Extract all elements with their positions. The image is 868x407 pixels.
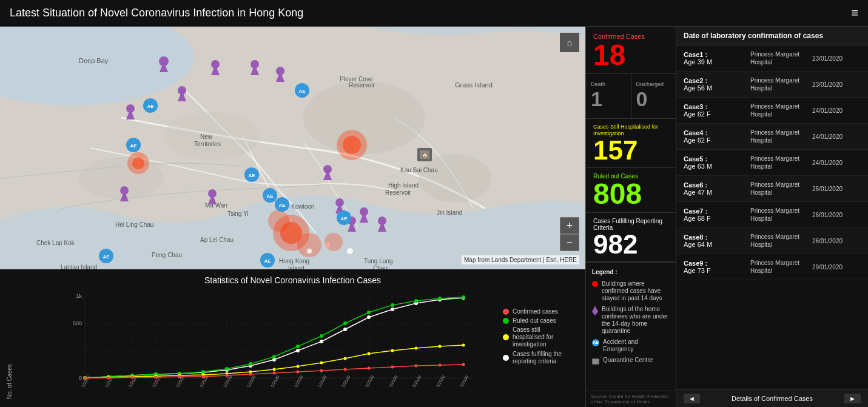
- map-area[interactable]: Deep Bay Plover Cove Reservoir Grass Isl…: [0, 27, 585, 269]
- svg-text:28/01/2020: 28/01/2020: [313, 375, 328, 387]
- svg-point-183: [131, 376, 134, 379]
- legend-dot-fulfilling: [503, 355, 509, 361]
- chart-area: Statistics of Novel Coronavirus Infectio…: [0, 269, 585, 407]
- case-hospital: Princess Margaret Hospital: [750, 50, 812, 66]
- svg-point-29: [343, 136, 361, 154]
- svg-point-45: [126, 104, 135, 113]
- svg-point-178: [415, 347, 418, 350]
- svg-text:AE: AE: [266, 193, 274, 199]
- svg-text:Chek Lap Kok: Chek Lap Kok: [36, 240, 75, 246]
- svg-text:07/02/2020: 07/02/2020: [431, 375, 446, 387]
- svg-text:500: 500: [73, 320, 82, 326]
- legend-item-hospitalised: Cases still hospitalised for investigati…: [503, 326, 573, 348]
- case-hospital: Princess Margaret Hospital: [750, 259, 812, 275]
- svg-point-196: [439, 364, 442, 367]
- footer-label: Details of Confirmed Cases: [732, 395, 813, 402]
- chart-inner: 1k 500 0: [15, 290, 579, 399]
- legend-title: Legend :: [592, 269, 670, 275]
- case-list[interactable]: Case1 :Age 39 M Princess Margaret Hospit…: [676, 45, 868, 389]
- svg-point-140: [320, 340, 323, 343]
- case-id: Case4 :Age 62 F: [684, 129, 750, 144]
- table-row: Case6 :Age 47 M Princess Margaret Hospit…: [676, 176, 868, 202]
- hospitalised-value: 157: [593, 137, 668, 164]
- svg-point-152: [201, 370, 205, 374]
- case-id: Case8 :Age 64 M: [684, 234, 750, 248]
- svg-point-188: [249, 373, 252, 376]
- svg-point-189: [273, 372, 276, 375]
- svg-point-141: [343, 328, 347, 331]
- table-row: Case2 :Age 56 M Princess Margaret Hospit…: [676, 72, 868, 98]
- case-date: 23/01/2020: [812, 81, 861, 88]
- svg-point-47: [211, 60, 220, 69]
- svg-point-57: [323, 165, 332, 173]
- ruled-out-value: 808: [593, 180, 668, 209]
- svg-marker-198: [592, 306, 598, 315]
- zoom-out-button[interactable]: −: [560, 234, 579, 251]
- legend-dot-hospitalised: [503, 334, 509, 340]
- chart-container: No. of Cases 1k 500 0: [6, 290, 579, 399]
- map-svg: Deep Bay Plover Cove Reservoir Grass Isl…: [0, 27, 585, 269]
- svg-text:AE: AE: [147, 104, 154, 109]
- case-date: 23/01/2020: [812, 55, 861, 62]
- left-panel: Deep Bay Plover Cove Reservoir Grass Isl…: [0, 27, 585, 407]
- svg-text:Tung Lung: Tung Lung: [364, 258, 392, 264]
- legend-pin-confinees: [592, 306, 598, 315]
- svg-text:Jin Island: Jin Island: [437, 209, 462, 216]
- svg-point-38: [307, 249, 312, 254]
- svg-text:30/01/2020: 30/01/2020: [337, 375, 351, 387]
- svg-text:Tsing Yi: Tsing Yi: [227, 210, 248, 217]
- svg-point-187: [226, 374, 229, 377]
- case-list-footer: ◄ Details of Confirmed Cases ►: [676, 389, 868, 407]
- svg-point-194: [391, 366, 394, 369]
- svg-text:AE: AE: [340, 216, 348, 221]
- legend-text-buildings: Buildings where confirmed cases have sta…: [602, 280, 670, 302]
- chart-svg: 1k 500 0: [15, 290, 579, 387]
- case-hospital: Princess Margaret Hospital: [750, 233, 812, 249]
- fulfilling-value: 982: [593, 231, 668, 258]
- menu-icon[interactable]: ≡: [851, 6, 858, 20]
- case-date: 24/01/2020: [812, 107, 861, 114]
- svg-text:AE: AE: [130, 143, 137, 149]
- table-row: Case3 :Age 62 F Princess Margaret Hospit…: [676, 98, 868, 124]
- case-list-panel: Date of laboratory confirmation of cases…: [676, 27, 868, 407]
- svg-point-143: [391, 308, 394, 311]
- svg-text:Hong Kong: Hong Kong: [279, 258, 309, 264]
- svg-point-53: [120, 186, 129, 195]
- hospitalised-box: Cases Still Hospitalised for Investigati…: [586, 119, 676, 168]
- svg-point-181: [84, 377, 87, 380]
- left-arrow[interactable]: ◄: [684, 394, 700, 403]
- svg-point-182: [107, 377, 110, 380]
- case-date: 26/01/2020: [812, 238, 861, 244]
- chart-legend: Confirmed cases Ruled out cases Cases st…: [503, 308, 573, 368]
- zoom-in-button[interactable]: +: [560, 217, 579, 234]
- discharged-value: 0: [636, 87, 671, 111]
- svg-point-191: [320, 369, 323, 372]
- svg-point-174: [320, 362, 323, 365]
- svg-text:Hei Ling Chau: Hei Ling Chau: [115, 221, 153, 228]
- legend-text-confinees: Buildings of the home confinees who are …: [602, 306, 670, 335]
- legend-item-ae: AE Accident and Emergency: [592, 338, 670, 353]
- svg-point-36: [132, 157, 144, 169]
- svg-rect-200: [593, 359, 599, 364]
- svg-point-175: [344, 357, 347, 360]
- legend-text-ae: Accident and Emergency: [603, 338, 670, 353]
- svg-text:09/02/2020: 09/02/2020: [455, 375, 469, 387]
- svg-point-185: [178, 375, 181, 378]
- right-arrow[interactable]: ►: [844, 394, 861, 403]
- svg-point-176: [368, 352, 371, 355]
- case-date: 26/01/2020: [812, 186, 861, 192]
- case-hospital: Princess Margaret Hospital: [750, 129, 812, 144]
- legend-dot-ruled-out: [503, 318, 509, 324]
- svg-point-41: [159, 56, 169, 66]
- svg-point-156: [296, 345, 300, 348]
- page-title: Latest Situation of Novel Coronavirus In…: [10, 7, 303, 19]
- svg-point-161: [414, 299, 418, 303]
- svg-point-142: [367, 315, 371, 319]
- chart-title: Statistics of Novel Coronavirus Infectio…: [6, 275, 579, 285]
- source-text: Source: Centre for Health Protection of …: [586, 391, 676, 407]
- map-home-button[interactable]: ⌂: [560, 33, 579, 52]
- table-row: Case9 :Age 73 F Princess Margaret Hospit…: [676, 254, 868, 280]
- confirmed-cases-box: Confirmed Cases 18: [586, 27, 676, 74]
- svg-point-162: [438, 297, 442, 300]
- svg-point-163: [462, 295, 465, 299]
